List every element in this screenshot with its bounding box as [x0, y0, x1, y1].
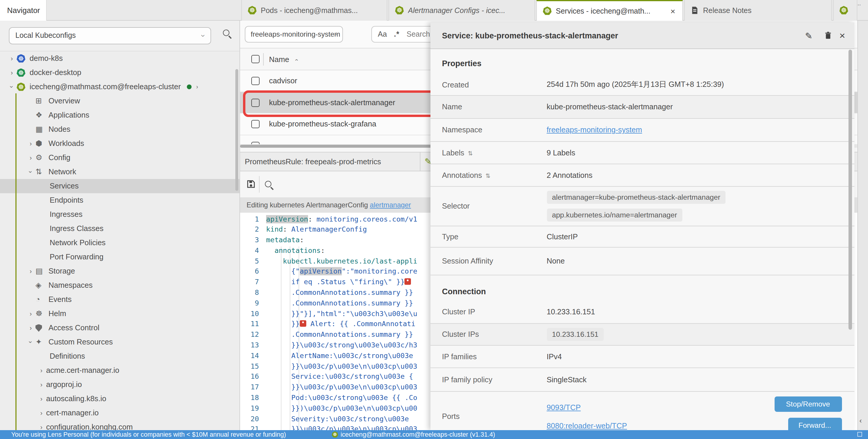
sidebar-item-icecheng-mathmast-com-freeleaps-cluster[interactable]: ›☸icecheng@mathmast.com@freeleaps-cluste… [0, 80, 240, 94]
chevron-right-icon[interactable]: › [37, 363, 46, 377]
sidebar-item-port-forwarding[interactable]: Port Forwarding [0, 250, 240, 264]
close-icon[interactable]: × [839, 22, 845, 49]
tab-alertmanager-configs-icec[interactable]: ☸Alertmanager Configs - icec... [389, 0, 535, 21]
chevron-right-icon[interactable]: › [26, 136, 35, 151]
port-link[interactable]: 9093/TCP [547, 403, 581, 411]
navigator-panel-title: Navigator [0, 0, 47, 21]
sidebar-item-configuration-konghq-com[interactable]: ›configuration.konghq.com [0, 420, 240, 430]
close-icon[interactable]: × [669, 6, 676, 16]
sidebar-item-namespaces[interactable]: ◈Namespaces [0, 278, 240, 293]
chevron-right-icon[interactable]: › [26, 264, 35, 278]
row-checkbox[interactable] [251, 77, 259, 85]
sidebar-item-argoproj-io[interactable]: ›argoproj.io [0, 377, 240, 392]
sidebar-item-ingresses[interactable]: Ingresses [0, 207, 240, 222]
namespace-select-value: freeleaps-monitoring-system [251, 30, 340, 38]
sidebar-item-acme-cert-manager-io[interactable]: ›acme.cert-manager.io [0, 363, 240, 377]
sort-toggle-icon[interactable]: ⇅ [468, 150, 473, 156]
detail-label: Name [430, 102, 547, 111]
chevron-down-icon[interactable]: › [5, 82, 19, 92]
chevron-right-icon[interactable]: › [37, 377, 46, 392]
sidebar-item-services[interactable]: Services [0, 179, 240, 193]
chevron-right-icon[interactable]: › [37, 392, 46, 406]
sidebar-item-nodes[interactable]: ▦Nodes [0, 122, 240, 136]
sidebar-item-network-policies[interactable]: Network Policies [0, 236, 240, 250]
sidebar-item-config[interactable]: ›⚙Config [0, 151, 240, 165]
detail-value: SingleStack [547, 375, 587, 384]
chevron-right-icon[interactable]: › [37, 406, 46, 420]
detail-label: IP family policy [430, 375, 547, 384]
sidebar-item-label: docker-desktop [30, 66, 81, 80]
line-number: 15 [240, 361, 266, 372]
detail-value: ClusterIP [547, 232, 578, 241]
arrow-spacer [26, 108, 35, 122]
chevron-right-icon[interactable]: › [7, 52, 17, 66]
line-number: 13 [240, 340, 266, 351]
sidebar-item-autoscaling-k8s-io[interactable]: ›autoscaling.k8s.io [0, 392, 240, 406]
chevron-down-icon[interactable]: › [24, 167, 38, 177]
sidebar-item-label: Custom Resources [49, 335, 113, 349]
row-checkbox[interactable] [251, 120, 259, 128]
sidebar-item-applications[interactable]: ❖Applications [0, 108, 240, 122]
sidebar-item-network[interactable]: ›⇅Network [0, 165, 240, 179]
chevron-left-icon[interactable]: ‹ [860, 416, 862, 425]
value-badge: 10.233.16.151 [547, 328, 604, 341]
editor-search-icon[interactable] [265, 181, 271, 187]
chevron-down-icon[interactable]: › [24, 337, 38, 347]
sidebar-scrollbar[interactable] [235, 69, 238, 191]
sidebar-item-events[interactable]: ◔Events [0, 293, 240, 307]
detail-row-type: TypeClusterIP [430, 226, 855, 247]
select-all-checkbox[interactable] [251, 55, 259, 63]
chevron-right-icon[interactable]: › [37, 420, 46, 430]
match-case-toggle[interactable]: Aa [378, 30, 387, 38]
edit-pencil-icon[interactable]: ✎ [805, 30, 812, 41]
sidebar-item-storage[interactable]: ›▤Storage [0, 264, 240, 278]
window-icon [857, 432, 862, 437]
nodes-icon: ▦ [35, 122, 49, 136]
tab-a[interactable]: ☸A [833, 0, 857, 21]
sidebar-item-docker-desktop[interactable]: ›☸docker-desktop [0, 66, 240, 80]
sidebar-item-endpoints[interactable]: Endpoints [0, 193, 240, 207]
tab-release-notes[interactable]: Release Notes [684, 0, 832, 21]
detail-scrollbar[interactable] [848, 49, 852, 329]
chevron-right-icon[interactable]: › [196, 80, 198, 94]
sidebar-item-helm[interactable]: ›☸Helm [0, 307, 240, 321]
forward-button[interactable]: Forward... [788, 417, 842, 430]
stop-remove-button[interactable]: Stop/Remove [774, 396, 842, 411]
chevron-right-icon[interactable]: › [26, 307, 35, 321]
save-icon[interactable] [247, 180, 255, 189]
port-link[interactable]: 8080:reloader-web/TCP [547, 421, 627, 430]
regex-toggle[interactable]: .* [394, 30, 400, 38]
namespace-link[interactable]: freeleaps-monitoring-system [547, 125, 642, 134]
overview-icon: ⊞ [35, 94, 49, 108]
detail-value: 9 Labels [547, 148, 575, 157]
overflow-dots-icon: ‥ [857, 1, 862, 6]
search-icon[interactable] [223, 30, 229, 36]
tab-services-icecheng-math[interactable]: ☸Services - icecheng@math...× [536, 0, 683, 21]
name-column-header[interactable]: Name› [269, 48, 297, 71]
sidebar-item-workloads[interactable]: ›⬢Workloads [0, 136, 240, 151]
sidebar-item-demo-k8s[interactable]: ›☸demo-k8s [0, 52, 240, 66]
detail-value: 10.233.16.151 [547, 307, 595, 316]
sort-toggle-icon[interactable]: ⇅ [486, 172, 491, 179]
dock-tab-prometheusrule[interactable]: PrometheusRule: freepeals-prod-metrics [245, 153, 381, 171]
sidebar-item-overview[interactable]: ⊞Overview [0, 94, 240, 108]
detail-label: Ports [430, 412, 547, 421]
sidebar-item-access-control[interactable]: ›Access Control [0, 321, 240, 335]
row-checkbox[interactable] [251, 141, 259, 144]
sidebar-item-custom-resources[interactable]: ›✦Custom Resources [0, 335, 240, 349]
chevron-right-icon[interactable]: › [26, 151, 35, 165]
trash-icon[interactable] [824, 30, 832, 40]
detail-value: 2 Annotations [547, 170, 592, 179]
editing-resource-link[interactable]: alertmanager [370, 201, 411, 209]
sidebar-item-definitions[interactable]: Definitions [0, 349, 240, 363]
chevron-right-icon[interactable]: › [26, 321, 35, 335]
sort-asc-icon: › [285, 59, 307, 61]
sidebar-item-cert-manager-io[interactable]: ›cert-manager.io [0, 406, 240, 420]
sidebar-item-ingress-classes[interactable]: Ingress Classes [0, 222, 240, 236]
kubernetes-icon: ☸ [839, 6, 848, 15]
kubernetes-icon: ☸ [332, 431, 338, 438]
kubeconfig-select[interactable]: Local Kubeconfigs › [9, 27, 211, 44]
namespace-select[interactable]: freeleaps-monitoring-system › [245, 26, 343, 42]
chevron-right-icon[interactable]: › [7, 66, 17, 80]
tab-pods-icecheng-mathmas[interactable]: ☸Pods - icecheng@mathmas... [241, 0, 387, 21]
